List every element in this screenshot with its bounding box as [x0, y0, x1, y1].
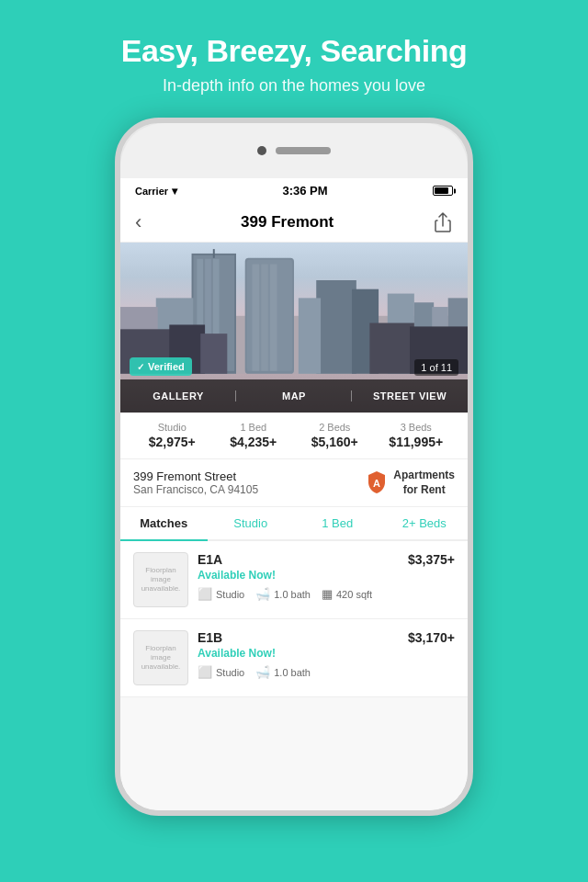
wifi-icon: ▾: [172, 185, 177, 198]
carrier-label: Carrier: [135, 186, 168, 197]
status-right: [433, 186, 453, 196]
thumbnail-unavailable-label: Floorplan image unavailable.: [134, 562, 187, 598]
status-bar: Carrier ▾ 3:36 PM: [120, 178, 468, 203]
share-button[interactable]: [433, 212, 453, 232]
bath-icon: 🛁: [255, 587, 270, 601]
unit-item-e1b[interactable]: Floorplan image unavailable. E1B Availab…: [120, 619, 468, 697]
phone-mockup: Carrier ▾ 3:36 PM ‹ 399 Fremont: [0, 118, 588, 816]
price-studio: Studio $2,975+: [131, 422, 213, 449]
verified-badge: ✓ Verified: [130, 357, 192, 376]
sqft-icon: ▦: [322, 587, 333, 601]
tab-matches[interactable]: Matches: [120, 507, 208, 541]
tab-studio[interactable]: Studio: [208, 507, 295, 539]
svg-rect-12: [270, 265, 277, 371]
price-label-2beds: 2 Beds: [294, 422, 376, 433]
unit-availability-e1a: Available Now!: [198, 569, 399, 582]
unit-price-e1a: $3,375+: [408, 552, 455, 567]
image-counter: 1 of 11: [414, 359, 458, 376]
unit-type-label: Studio: [216, 589, 244, 600]
price-value-1bed: $4,235+: [213, 435, 295, 449]
svg-rect-22: [200, 334, 227, 374]
thumbnail-unavailable-label-e1b: Floorplan image unavailable.: [134, 640, 187, 676]
nav-bar: ‹ 399 Fremont: [120, 203, 468, 243]
verified-label: Verified: [148, 361, 185, 372]
svg-text:A: A: [373, 478, 380, 489]
status-left: Carrier ▾: [135, 185, 177, 198]
unit-bath-e1a: 🛁 1.0 bath: [255, 587, 311, 601]
address-street: 399 Fremont Street: [133, 469, 366, 483]
battery-fill: [435, 187, 448, 194]
price-1bed: 1 Bed $4,235+: [213, 422, 295, 449]
address-city: San Francisco, CA 94105: [133, 483, 366, 496]
address-text: 399 Fremont Street San Francisco, CA 941…: [133, 469, 366, 496]
header-title: Easy, Breezy, Searching: [37, 33, 551, 69]
unit-bath-e1b: 🛁 1.0 bath: [255, 665, 311, 679]
price-2beds: 2 Beds $5,160+: [294, 422, 376, 449]
brand-shield-icon: A: [366, 469, 388, 497]
unit-name-e1a: E1A: [198, 552, 399, 567]
map-tab[interactable]: MAP: [236, 383, 352, 409]
phone-speaker: [276, 147, 331, 154]
price-label-3beds: 3 Beds: [376, 422, 458, 433]
tab-1bed[interactable]: 1 Bed: [294, 507, 381, 539]
price-section: Studio $2,975+ 1 Bed $4,235+ 2 Beds $5,1…: [120, 413, 468, 459]
gallery-tab[interactable]: GALLERY: [120, 383, 236, 409]
header-subtitle: In-depth info on the homes you love: [37, 76, 551, 96]
phone-screen: Carrier ▾ 3:36 PM ‹ 399 Fremont: [120, 178, 468, 810]
price-value-2beds: $5,160+: [294, 435, 376, 449]
unit-type-e1b: ⬜ Studio: [198, 665, 244, 679]
svg-rect-5: [316, 280, 356, 374]
address-section: 399 Fremont Street San Francisco, CA 941…: [120, 459, 468, 507]
unit-name-e1b: E1B: [198, 630, 399, 645]
price-value-3beds: $11,995+: [376, 435, 458, 449]
verified-check-icon: ✓: [137, 362, 144, 372]
bed-icon: ⬜: [198, 587, 212, 601]
price-value-studio: $2,975+: [131, 435, 213, 449]
status-time: 3:36 PM: [282, 184, 327, 198]
phone-top-bar: [120, 123, 468, 178]
phone-camera: [257, 146, 266, 155]
price-label-1bed: 1 Bed: [213, 422, 295, 433]
phone-frame: Carrier ▾ 3:36 PM ‹ 399 Fremont: [115, 118, 473, 816]
unit-thumbnail-e1a: Floorplan image unavailable.: [133, 552, 188, 607]
bed-icon-e1b: ⬜: [198, 665, 212, 679]
street-view-tab[interactable]: STREET VIEW: [352, 383, 468, 409]
share-icon: [435, 212, 451, 232]
svg-rect-11: [261, 265, 268, 371]
price-3beds: 3 Beds $11,995+: [376, 422, 458, 449]
back-button[interactable]: ‹: [135, 210, 141, 234]
brand-name: Apartmentsfor Rent: [393, 469, 455, 497]
unit-availability-e1b: Available Now!: [198, 647, 399, 660]
filter-tabs: Matches Studio 1 Bed 2+ Beds: [120, 507, 468, 541]
svg-rect-23: [369, 323, 413, 374]
app-header: Easy, Breezy, Searching In-depth info on…: [0, 0, 588, 118]
unit-specs-e1a: ⬜ Studio 🛁 1.0 bath ▦ 420 sqft: [198, 587, 399, 601]
nav-title: 399 Fremont: [241, 213, 334, 232]
property-image: ✓ Verified 1 of 11 GALLERY MAP STREET VI…: [120, 243, 468, 413]
unit-details-e1b: E1B Available Now! ⬜ Studio 🛁 1.0 bath: [198, 630, 399, 679]
unit-price-e1b: $3,170+: [408, 630, 455, 645]
svg-rect-25: [213, 249, 215, 258]
unit-sqft-e1a: ▦ 420 sqft: [322, 587, 372, 601]
unit-item-e1a[interactable]: Floorplan image unavailable. E1A Availab…: [120, 541, 468, 619]
unit-bath-label-e1b: 1.0 bath: [274, 667, 311, 678]
unit-thumbnail-e1b: Floorplan image unavailable.: [133, 630, 188, 685]
svg-rect-10: [252, 265, 259, 371]
tab-2plus-beds[interactable]: 2+ Beds: [381, 507, 469, 539]
price-label-studio: Studio: [131, 422, 213, 433]
brand-logo: A Apartmentsfor Rent: [366, 469, 455, 497]
bath-icon-e1b: 🛁: [255, 665, 270, 679]
view-tabs: GALLERY MAP STREET VIEW: [120, 379, 468, 413]
svg-rect-7: [299, 298, 321, 373]
unit-list: Floorplan image unavailable. E1A Availab…: [120, 541, 468, 810]
unit-specs-e1b: ⬜ Studio 🛁 1.0 bath: [198, 665, 399, 679]
battery-icon: [433, 186, 453, 196]
skyline-svg: [120, 243, 468, 376]
unit-type-label-e1b: Studio: [216, 667, 244, 678]
unit-details-e1a: E1A Available Now! ⬜ Studio 🛁 1.0 bath: [198, 552, 399, 601]
unit-sqft-label: 420 sqft: [336, 589, 372, 600]
unit-type-e1a: ⬜ Studio: [198, 587, 244, 601]
unit-bath-label: 1.0 bath: [274, 589, 311, 600]
